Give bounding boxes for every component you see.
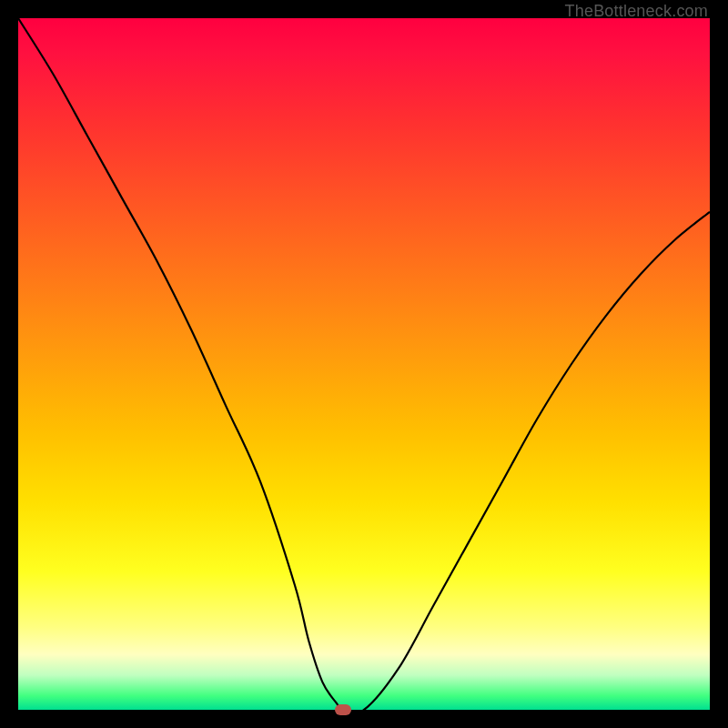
chart-frame: TheBottleneck.com bbox=[0, 0, 728, 728]
bottleneck-curve bbox=[18, 18, 710, 710]
watermark-text: TheBottleneck.com bbox=[565, 2, 708, 21]
optimum-marker bbox=[335, 704, 351, 715]
plot-area bbox=[18, 18, 710, 710]
